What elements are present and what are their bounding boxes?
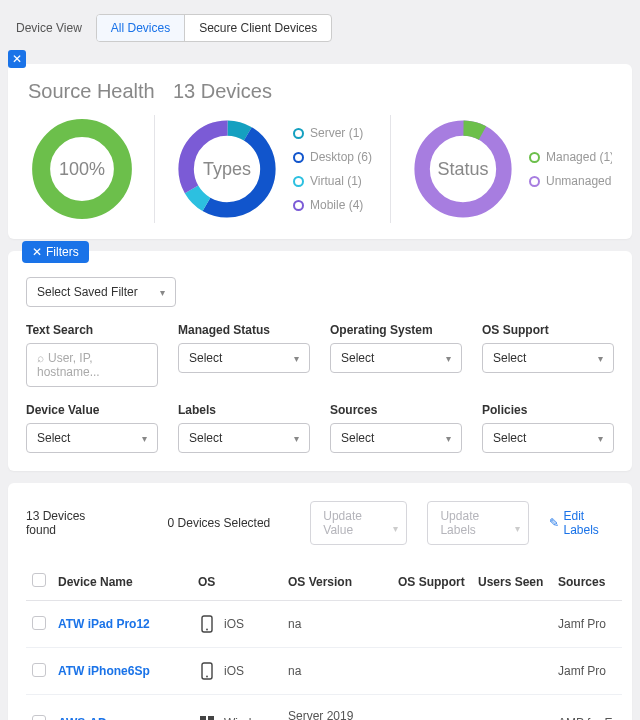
policies-select[interactable]: Select▾ (482, 423, 614, 453)
types-donut[interactable]: Types (173, 115, 281, 223)
managed-status-select[interactable]: Select▾ (178, 343, 310, 373)
legend-virtual[interactable]: Virtual (1) (293, 174, 372, 188)
os-support (392, 648, 472, 695)
legend-mobile[interactable]: Mobile (4) (293, 198, 372, 212)
device-value-label: Device Value (26, 403, 158, 417)
users-seen (472, 695, 552, 721)
os-support (392, 601, 472, 648)
os-support-select[interactable]: Select▾ (482, 343, 614, 373)
users-seen (472, 648, 552, 695)
devices-found: 13 Devices found (26, 509, 108, 537)
close-icon[interactable]: ✕ (8, 50, 26, 68)
col-users-seen[interactable]: Users Seen (472, 563, 552, 601)
row-checkbox[interactable] (32, 663, 46, 677)
view-label: Device View (16, 21, 82, 35)
status-legend: Managed (1) Unmanaged (12) (529, 150, 612, 188)
mobile-icon (198, 615, 216, 633)
os-version: na (282, 648, 392, 695)
os-value: iOS (224, 617, 244, 631)
sources-label: Sources (330, 403, 462, 417)
col-device-name[interactable]: Device Name (52, 563, 192, 601)
col-sources[interactable]: Sources (552, 563, 622, 601)
users-seen (472, 601, 552, 648)
sources: Jamf Pro (552, 601, 622, 648)
os-version: na (282, 601, 392, 648)
labels-label: Labels (178, 403, 310, 417)
saved-filter-select[interactable]: Select Saved Filter▾ (26, 277, 176, 307)
managed-status-label: Managed Status (178, 323, 310, 337)
os-version: Server 2019 Datacenter (282, 695, 392, 721)
search-icon: ⌕ (37, 351, 44, 365)
tab-secure-client-devices[interactable]: Secure Client Devices (185, 15, 331, 41)
table-row: AWS-ADWindowsServer 2019 DatacenterAMP f… (26, 695, 622, 721)
source-health-value: 100% (28, 115, 136, 223)
tab-all-devices[interactable]: All Devices (97, 15, 185, 41)
select-all-checkbox[interactable] (32, 573, 46, 587)
status-donut[interactable]: Status (409, 115, 517, 223)
status-center-label: Status (409, 115, 517, 223)
row-checkbox[interactable] (32, 616, 46, 630)
text-search-input[interactable]: ⌕User, IP, hostname... (26, 343, 158, 387)
legend-server[interactable]: Server (1) (293, 126, 372, 140)
svg-rect-12 (200, 716, 206, 720)
table-row: ATW iPhone6SpiOSnaJamf Pro (26, 648, 622, 695)
os-support (392, 695, 472, 721)
sources-select[interactable]: Select▾ (330, 423, 462, 453)
update-labels-button: Update Labels▾ (427, 501, 529, 545)
operating-system-label: Operating System (330, 323, 462, 337)
row-checkbox[interactable] (32, 715, 46, 721)
col-os[interactable]: OS (192, 563, 282, 601)
close-icon: ✕ (32, 245, 42, 259)
devices-selected: 0 Devices Selected (168, 516, 271, 530)
legend-unmanaged[interactable]: Unmanaged (12) (529, 174, 612, 188)
mobile-icon (198, 662, 216, 680)
source-health-title: Source Health (28, 80, 155, 103)
svg-rect-13 (208, 716, 214, 720)
os-value: iOS (224, 664, 244, 678)
table-row: ATW iPad Pro12iOSnaJamf Pro (26, 601, 622, 648)
windows-icon (198, 715, 216, 720)
legend-managed[interactable]: Managed (1) (529, 150, 612, 164)
labels-select[interactable]: Select▾ (178, 423, 310, 453)
col-os-version[interactable]: OS Version (282, 563, 392, 601)
operating-system-select[interactable]: Select▾ (330, 343, 462, 373)
pencil-icon: ✎ (549, 516, 559, 530)
sources: AMP for Endpoint (552, 695, 622, 721)
devices-count-title: 13 Devices (173, 80, 612, 103)
os-value: Windows (224, 716, 273, 720)
types-legend: Server (1) Desktop (6) Virtual (1) Mobil… (293, 126, 372, 212)
policies-label: Policies (482, 403, 614, 417)
device-name-link[interactable]: ATW iPad Pro12 (58, 617, 150, 631)
device-name-link[interactable]: AWS-AD (58, 716, 107, 720)
edit-labels-link[interactable]: ✎ Edit Labels (549, 509, 614, 537)
os-support-label: OS Support (482, 323, 614, 337)
legend-desktop[interactable]: Desktop (6) (293, 150, 372, 164)
devices-table: Device Name OS OS Version OS Support Use… (26, 563, 622, 720)
device-value-select[interactable]: Select▾ (26, 423, 158, 453)
svg-point-11 (206, 676, 208, 678)
sources: Jamf Pro (552, 648, 622, 695)
device-name-link[interactable]: ATW iPhone6Sp (58, 664, 150, 678)
types-center-label: Types (173, 115, 281, 223)
filters-chip[interactable]: ✕ Filters (22, 241, 89, 263)
source-health-donut: 100% (28, 115, 136, 223)
svg-point-9 (206, 629, 208, 631)
col-os-support[interactable]: OS Support (392, 563, 472, 601)
update-value-button: Update Value▾ (310, 501, 407, 545)
text-search-label: Text Search (26, 323, 158, 337)
view-tabs: All Devices Secure Client Devices (96, 14, 332, 42)
